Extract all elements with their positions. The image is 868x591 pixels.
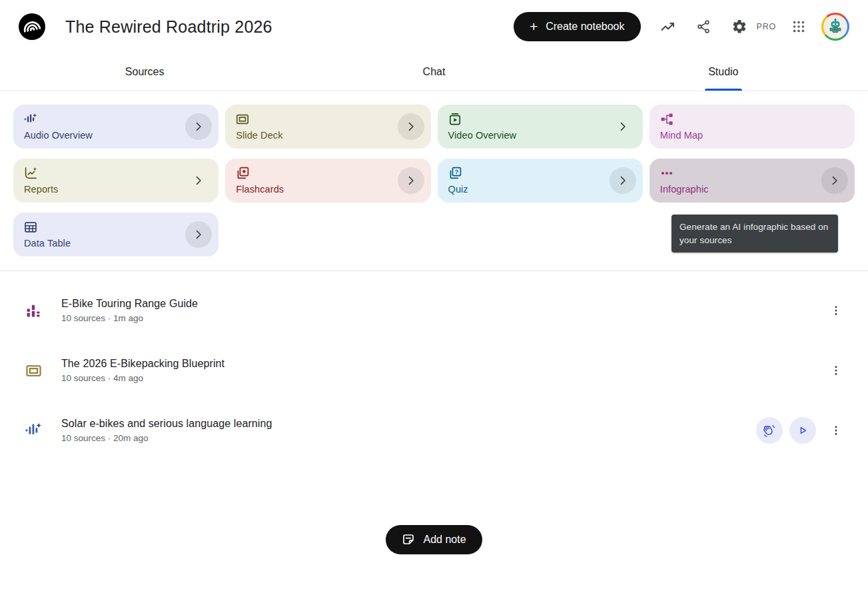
gear-icon [731, 19, 747, 35]
share-icon [696, 19, 711, 34]
studio-card-video-overview[interactable]: Video Overview [438, 105, 643, 149]
studio-card-label: Mind Map [660, 130, 844, 141]
apps-grid-icon [791, 19, 806, 34]
ellipsis-icon [660, 167, 673, 180]
artifact-row-slide-deck[interactable]: The 2026 E-Bikepacking Blueprint 10 sour… [24, 340, 849, 400]
chevron-right-icon[interactable] [185, 221, 212, 248]
play-icon [796, 424, 809, 437]
account-avatar[interactable] [821, 11, 852, 42]
studio-card-audio-overview[interactable]: Audio Overview [13, 105, 218, 149]
studio-card-label: Data Table [24, 238, 208, 249]
google-apps-button[interactable] [783, 11, 815, 43]
settings-button[interactable] [723, 11, 755, 43]
avatar-robot-image [823, 15, 847, 39]
add-note-label: Add note [423, 534, 466, 546]
audio-waveform-sparkle-icon [24, 113, 37, 126]
bar-chart-icon [24, 302, 43, 318]
create-notebook-button[interactable]: + Create notebook [514, 12, 641, 41]
logo-swirl-icon [19, 13, 45, 40]
studio-card-label: Slide Deck [236, 130, 420, 141]
add-note-button[interactable]: Add note [386, 525, 482, 554]
artifact-title: E-Bike Touring Range Guide [61, 298, 823, 310]
more-options-button[interactable] [823, 357, 849, 384]
analytics-button[interactable] [651, 11, 683, 43]
notebooklm-logo[interactable] [17, 12, 47, 41]
reports-icon [24, 167, 37, 180]
chevron-right-icon[interactable] [398, 167, 424, 194]
more-options-button[interactable] [823, 417, 849, 444]
add-note-area: Add note [0, 525, 868, 554]
artifact-meta: 10 sources · 1m ago [61, 313, 823, 323]
tab-studio[interactable]: Studio [579, 53, 868, 91]
active-tab-underline [705, 89, 742, 91]
artifact-meta: 10 sources · 20m ago [61, 433, 756, 443]
panel-tabs: Sources Chat Studio [0, 53, 868, 91]
plus-icon: + [530, 19, 538, 33]
trending-up-icon [659, 19, 675, 35]
notebook-title[interactable]: The Rewired Roadtrip 2026 [65, 17, 272, 37]
kebab-menu-icon [830, 364, 842, 376]
chevron-right-icon[interactable] [610, 167, 636, 194]
studio-card-label: Quiz [448, 184, 632, 195]
studio-card-slide-deck[interactable]: Slide Deck [225, 105, 430, 149]
slide-deck-icon [236, 113, 249, 126]
avatar-ring [821, 13, 849, 41]
tab-sources[interactable]: Sources [0, 53, 289, 91]
artifact-row-infographic[interactable]: E-Bike Touring Range Guide 10 sources · … [24, 281, 849, 340]
play-audio-button[interactable] [789, 417, 816, 444]
waving-hand-icon [762, 423, 777, 438]
share-button[interactable] [687, 11, 719, 43]
audio-waveform-sparkle-icon [24, 422, 43, 439]
studio-card-quiz[interactable]: ? Quiz [438, 159, 643, 203]
notebook-page: The Rewired Roadtrip 2026 + Create noteb… [0, 0, 868, 591]
studio-card-label: Video Overview [448, 130, 632, 141]
slide-deck-icon [24, 362, 43, 379]
studio-card-mind-map[interactable]: Mind Map [650, 105, 855, 149]
artifact-title: Solar e-bikes and serious language learn… [61, 418, 756, 430]
svg-text:?: ? [454, 169, 458, 175]
studio-card-flashcards[interactable]: Flashcards [225, 159, 430, 203]
chevron-right-icon[interactable] [821, 167, 848, 194]
studio-card-data-table[interactable]: Data Table [13, 213, 218, 257]
infographic-tooltip: Generate an AI infographic based on your… [671, 215, 838, 253]
quiz-icon: ? [448, 167, 462, 180]
artifact-row-audio-overview[interactable]: Solar e-bikes and serious language learn… [24, 400, 849, 460]
artifact-list: E-Bike Touring Range Guide 10 sources · … [0, 271, 868, 460]
studio-card-reports[interactable]: Reports [13, 159, 218, 203]
chevron-right-icon[interactable] [398, 113, 424, 140]
studio-card-label: Infographic [660, 184, 844, 195]
tab-chat[interactable]: Chat [289, 53, 578, 91]
kebab-menu-icon [830, 424, 842, 436]
artifact-meta: 10 sources · 4m ago [61, 373, 823, 383]
interactive-mode-button[interactable] [756, 417, 783, 444]
studio-card-label: Reports [24, 184, 208, 195]
video-overview-icon [448, 113, 462, 126]
create-notebook-label: Create notebook [546, 21, 624, 33]
artifact-title: The 2026 E-Bikepacking Blueprint [61, 358, 823, 370]
header: The Rewired Roadtrip 2026 + Create noteb… [0, 0, 868, 53]
chevron-right-icon[interactable] [185, 113, 212, 140]
studio-card-infographic[interactable]: Infographic [650, 159, 855, 203]
pro-badge: PRO [757, 22, 777, 31]
studio-card-label: Flashcards [236, 184, 420, 195]
mind-map-icon [660, 113, 673, 126]
tab-studio-label: Studio [708, 66, 738, 78]
flashcards-icon [236, 167, 249, 180]
note-icon [402, 533, 415, 546]
studio-card-label: Audio Overview [24, 130, 208, 141]
chevron-right-icon[interactable] [610, 113, 636, 140]
kebab-menu-icon [830, 304, 842, 316]
data-table-icon [24, 221, 37, 234]
chevron-right-icon[interactable] [185, 167, 212, 194]
more-options-button[interactable] [823, 297, 849, 324]
